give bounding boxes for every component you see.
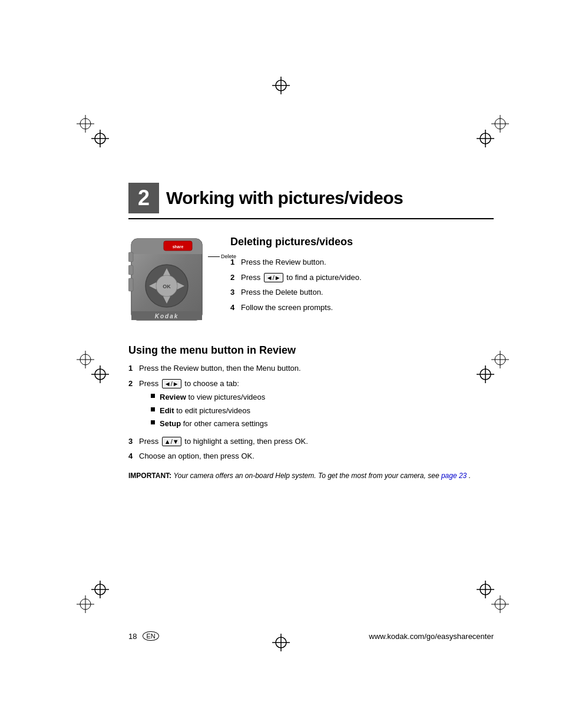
section1-heading: Deleting pictures/videos bbox=[230, 236, 494, 248]
chapter-title: Working with pictures/videos bbox=[166, 188, 403, 208]
reg-mark-tl2 bbox=[91, 130, 109, 147]
reg-mark-bl2 bbox=[91, 581, 109, 598]
arrow-ud-icon: ▲/▼ bbox=[162, 437, 181, 446]
section-menu: Using the menu button in Review 1 Press … bbox=[128, 344, 494, 481]
svg-text:Kodak: Kodak bbox=[155, 313, 179, 319]
section1-instructions: Deleting pictures/videos 1 Press the Rev… bbox=[230, 236, 494, 325]
bullet-review: Review to view pictures/videos bbox=[151, 391, 494, 403]
bullet-icon bbox=[151, 420, 155, 424]
menu-step-1: 1 Press the Review button, then the Menu… bbox=[128, 363, 494, 374]
menu-step-2: 2 Press ◄/► to choose a tab: Review to v… bbox=[128, 378, 494, 432]
lang-badge: EN bbox=[143, 631, 158, 641]
section-delete: share bbox=[128, 236, 494, 325]
reg-mark-center-t bbox=[272, 77, 290, 94]
chapter-header: 2 Working with pictures/videos bbox=[128, 183, 494, 219]
section2-heading: Using the menu button in Review bbox=[128, 344, 494, 357]
arrow-left-right-icon: ◄/► bbox=[264, 273, 283, 282]
svg-rect-49 bbox=[128, 265, 133, 275]
footer: 18 EN www.kodak.com/go/easysharecenter bbox=[128, 631, 494, 641]
menu-step-4: 4 Choose an option, then press OK. bbox=[128, 450, 494, 462]
svg-text:share: share bbox=[173, 245, 184, 249]
bullet-setup: Setup for other camera settings bbox=[151, 418, 494, 430]
important-note: IMPORTANT: Your camera offers an on-boar… bbox=[128, 470, 494, 481]
footer-url: www.kodak.com/go/easysharecenter bbox=[369, 632, 494, 641]
step-4: 4 Follow the screen prompts. bbox=[230, 302, 494, 314]
delete-label: Delete bbox=[221, 253, 236, 259]
arrow-lr-icon-2: ◄/► bbox=[162, 379, 181, 388]
svg-text:OK: OK bbox=[163, 284, 171, 289]
reg-mark-tr2 bbox=[477, 130, 494, 147]
page: 2 Working with pictures/videos bbox=[0, 0, 562, 728]
svg-rect-50 bbox=[128, 278, 133, 291]
reg-mark-br2 bbox=[477, 581, 494, 598]
camera-image-area: share bbox=[128, 236, 220, 325]
section1-steps: 1 Press the Review button. 2 Press ◄/► t… bbox=[230, 256, 494, 313]
reg-mark-ml2 bbox=[91, 365, 109, 383]
step-1: 1 Press the Review button. bbox=[230, 256, 494, 268]
important-text: Your camera offers an on-board Help syst… bbox=[173, 472, 471, 480]
bullet-icon bbox=[151, 407, 155, 411]
step-2: 2 Press ◄/► to find a picture/video. bbox=[230, 272, 494, 284]
main-content: 2 Working with pictures/videos bbox=[128, 183, 494, 493]
section2-steps: 1 Press the Review button, then the Menu… bbox=[128, 363, 494, 462]
step-3: 3 Press the Delete button. bbox=[230, 286, 494, 298]
menu-step-3: 3 Press ▲/▼ to highlight a setting, then… bbox=[128, 436, 494, 447]
important-link: page 23 bbox=[441, 472, 467, 480]
chapter-number: 2 bbox=[128, 183, 159, 213]
important-label: IMPORTANT: bbox=[128, 472, 171, 480]
bullet-list: Review to view pictures/videos Edit to e… bbox=[151, 391, 494, 430]
bullet-edit: Edit to edit pictures/videos bbox=[151, 405, 494, 417]
svg-rect-48 bbox=[128, 252, 133, 262]
bullet-icon bbox=[151, 394, 155, 398]
page-number: 18 bbox=[128, 632, 137, 641]
camera-illustration: share bbox=[128, 236, 214, 323]
